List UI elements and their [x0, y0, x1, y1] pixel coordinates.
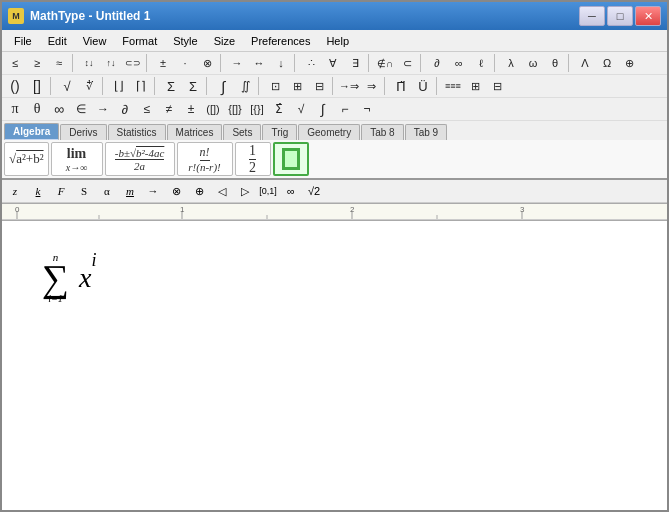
sym-forall[interactable]: ∀	[322, 53, 344, 73]
sym-uparrow[interactable]: ↑↓	[100, 53, 122, 73]
maximize-button[interactable]: □	[607, 6, 633, 26]
tmpl-matrix[interactable]	[273, 142, 309, 176]
sym-sqrt[interactable]: √	[56, 76, 78, 96]
sym-cap[interactable]: ⊂	[396, 53, 418, 73]
small-btn-m[interactable]: m	[119, 181, 141, 201]
menu-file[interactable]: File	[6, 33, 40, 49]
tab-8[interactable]: Tab 8	[361, 124, 403, 140]
menu-help[interactable]: Help	[318, 33, 357, 49]
sym-cbrace[interactable]: {[]}	[224, 99, 246, 119]
sym-floor[interactable]: ⌊⌋	[108, 76, 130, 96]
menu-view[interactable]: View	[75, 33, 115, 49]
menu-format[interactable]: Format	[114, 33, 165, 49]
sym-partial[interactable]: ∂	[426, 53, 448, 73]
sym-plusminus[interactable]: ±	[152, 53, 174, 73]
tab-algebra[interactable]: Algebra	[4, 123, 59, 140]
tmpl-factorial[interactable]: n! r!(n-r)!	[177, 142, 233, 176]
small-btn-infty[interactable]: ∞	[280, 181, 302, 201]
sym-in[interactable]: ∈	[70, 99, 92, 119]
sym-theta[interactable]: θ	[544, 53, 566, 73]
tmpl-sqrt[interactable]: √a²+b²	[4, 142, 49, 176]
sym-Pi-hat[interactable]: Π̈	[390, 76, 412, 96]
sym-brackets[interactable]: []	[26, 76, 48, 96]
small-btn-oplus[interactable]: ⊕	[188, 181, 210, 201]
tab-geometry[interactable]: Geometry	[298, 124, 360, 140]
sym-leq[interactable]: ≤	[4, 53, 26, 73]
sym-rarr[interactable]: →	[92, 99, 114, 119]
sym-Omega[interactable]: Ω	[596, 53, 618, 73]
small-btn-arr[interactable]: →	[142, 181, 164, 201]
sym-bsquare[interactable]: [{}]	[246, 99, 268, 119]
tab-trig[interactable]: Trig	[262, 124, 297, 140]
tab-statistics[interactable]: Statistics	[108, 124, 166, 140]
sym-U-dot[interactable]: Ü	[412, 76, 434, 96]
sym-neq[interactable]: ≠	[158, 99, 180, 119]
small-btn-z[interactable]: z	[4, 181, 26, 201]
small-btn-alpha[interactable]: α	[96, 181, 118, 201]
sym-ceil[interactable]: ⌈⌉	[130, 76, 152, 96]
sym-infty[interactable]: ∞	[448, 53, 470, 73]
sym-parens[interactable]: ()	[4, 76, 26, 96]
small-btn-F[interactable]: F	[50, 181, 72, 201]
sym-ell[interactable]: ℓ	[470, 53, 492, 73]
small-btn-S[interactable]: S	[73, 181, 95, 201]
sym-cbrackets[interactable]: ([])	[202, 99, 224, 119]
sym-arr1[interactable]: →⇒	[338, 76, 360, 96]
tmpl-quadratic[interactable]: -b±√b²-4ac 2a	[105, 142, 175, 176]
sym-rightarrow[interactable]: →	[226, 53, 248, 73]
sym-nthroot[interactable]: ∜	[78, 76, 100, 96]
menu-edit[interactable]: Edit	[40, 33, 75, 49]
menu-style[interactable]: Style	[165, 33, 205, 49]
sym-otimes[interactable]: ⊗	[196, 53, 218, 73]
sym-sum[interactable]: Σ	[160, 76, 182, 96]
sym-box3[interactable]: ⊟	[308, 76, 330, 96]
minimize-button[interactable]: ─	[579, 6, 605, 26]
sym-therefore[interactable]: ∴	[300, 53, 322, 73]
document-area[interactable]: n ∑ i=1 x i	[2, 220, 667, 510]
sym-theta2[interactable]: θ	[26, 99, 48, 119]
sym-infty2[interactable]: ∞	[48, 99, 70, 119]
sym-oplus[interactable]: ⊕	[618, 53, 640, 73]
small-btn-rarr2[interactable]: ▷	[234, 181, 256, 201]
menu-size[interactable]: Size	[206, 33, 243, 49]
sym-notin[interactable]: ∉∩	[374, 53, 396, 73]
sym-geq[interactable]: ≥	[26, 53, 48, 73]
sym-downarrow[interactable]: ↕↓	[78, 53, 100, 73]
sym-boxplus[interactable]: ⊞	[464, 76, 486, 96]
sym-pi[interactable]: π	[4, 99, 26, 119]
small-btn-sqrt[interactable]: √2	[303, 181, 325, 201]
close-button[interactable]: ✕	[635, 6, 661, 26]
sym-downarrow2[interactable]: ↓	[270, 53, 292, 73]
sym-omega[interactable]: ω	[522, 53, 544, 73]
sym-int[interactable]: ∫	[212, 76, 234, 96]
sym-not2[interactable]: ¬	[356, 99, 378, 119]
small-btn-otimes[interactable]: ⊗	[165, 181, 187, 201]
tab-derivs[interactable]: Derivs	[60, 124, 106, 140]
tmpl-lim[interactable]: lim x→∞	[51, 142, 103, 176]
sym-exists[interactable]: ∃	[344, 53, 366, 73]
sym-sigma-hat[interactable]: Σ̂	[268, 99, 290, 119]
tmpl-half[interactable]: 1 2	[235, 142, 271, 176]
sym-int2[interactable]: ∫	[312, 99, 334, 119]
sym-lambda[interactable]: λ	[500, 53, 522, 73]
sym-leq2[interactable]: ≤	[136, 99, 158, 119]
sym-leftrightarrow[interactable]: ↔	[248, 53, 270, 73]
small-btn-k[interactable]: k	[27, 181, 49, 201]
sym-cdot[interactable]: ·	[174, 53, 196, 73]
sym-pm[interactable]: ±	[180, 99, 202, 119]
tab-sets[interactable]: Sets	[223, 124, 261, 140]
menu-preferences[interactable]: Preferences	[243, 33, 318, 49]
sym-sum2[interactable]: Σ	[182, 76, 204, 96]
small-btn-larr[interactable]: ◁	[211, 181, 233, 201]
sym-iint[interactable]: ∬	[234, 76, 256, 96]
sym-Lambda[interactable]: Λ	[574, 53, 596, 73]
tab-matrices[interactable]: Matrices	[167, 124, 223, 140]
sym-equiv[interactable]: ≡≡≡	[442, 76, 464, 96]
sym-not1[interactable]: ⌐	[334, 99, 356, 119]
sym-boxminus[interactable]: ⊟	[486, 76, 508, 96]
tab-9[interactable]: Tab 9	[405, 124, 447, 140]
sym-arr2[interactable]: ⇒	[360, 76, 382, 96]
sym-approx[interactable]: ≈	[48, 53, 70, 73]
sym-box2[interactable]: ⊞	[286, 76, 308, 96]
sym-box1[interactable]: ⊡	[264, 76, 286, 96]
